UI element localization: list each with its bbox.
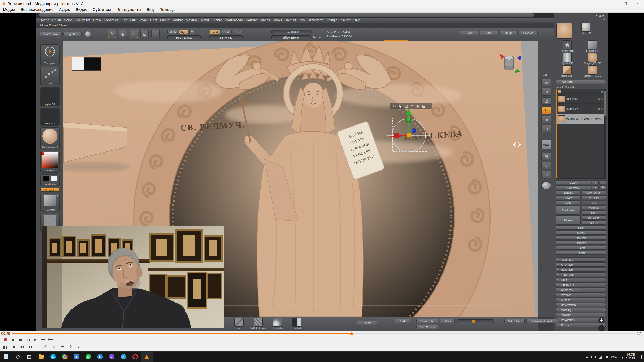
hidden-icons-chevron[interactable]: ∧	[586, 355, 588, 359]
alpha-selector[interactable]: Alpha Off	[40, 87, 60, 106]
inflate-button[interactable]: Inflate	[440, 319, 455, 324]
tool-item[interactable]: Merged_СВ. ВЕ	[581, 53, 604, 64]
tool-item[interactable]: Cylinder3D	[556, 53, 579, 64]
zb-menu-stencil[interactable]: Stencil	[260, 18, 270, 22]
section-preview[interactable]: Preview	[556, 293, 606, 297]
copy-button[interactable]: Copy	[556, 200, 580, 204]
section-geometryhd[interactable]: Geometry HD	[556, 287, 606, 292]
append-button[interactable]: Append	[581, 205, 606, 210]
whatsapp-icon[interactable]: ✆	[82, 351, 94, 362]
save-as-button[interactable]: Save As	[519, 30, 538, 35]
dynamic-label[interactable]: Dynamic	[313, 36, 321, 39]
frame-mesh-button[interactable]: ⊡	[541, 171, 551, 178]
mic-overlay-icon[interactable]	[598, 317, 604, 324]
persp-button[interactable]: ◳	[541, 97, 551, 105]
network-icon[interactable]	[599, 355, 602, 359]
frame-by-frame-button[interactable]: ▦	[18, 337, 24, 342]
language-indicator[interactable]: РУС	[611, 355, 617, 359]
gizmo-lock-icon[interactable]: ▣	[422, 104, 425, 108]
subtool-scrollbar[interactable]	[604, 89, 606, 178]
zb-menu-help[interactable]: Help	[354, 18, 360, 22]
merge-button[interactable]: Merge	[499, 30, 518, 35]
polyframe-button[interactable]: ▤	[541, 125, 551, 132]
gizmo-diamond-icon[interactable]: ◆	[416, 104, 419, 108]
gizmo-z-axis[interactable]	[412, 129, 416, 133]
volume-icon[interactable]	[606, 355, 608, 359]
zb-menu-stroke[interactable]: Stroke	[273, 18, 282, 22]
all-high-button[interactable]: All High	[581, 195, 606, 199]
lightbox-divider-handle[interactable]	[384, 40, 408, 41]
stroke-tool[interactable]: Dots	[40, 67, 60, 85]
draw-mode-button[interactable]: ◉	[119, 30, 127, 38]
next-button[interactable]: ▶▮	[28, 344, 34, 350]
texture-selector[interactable]: Texture Off	[40, 108, 60, 126]
rename-button[interactable]: Rename	[556, 190, 580, 194]
zb-menu-marker[interactable]: Marker	[172, 18, 183, 22]
file-explorer-icon[interactable]	[35, 351, 47, 362]
search-button[interactable]	[12, 351, 24, 362]
hidept-button[interactable]: HidePt	[394, 319, 410, 324]
zb-menu-transform[interactable]: Transform	[308, 18, 324, 22]
clock[interactable]: 14:28 12.10.2025	[620, 353, 635, 360]
notification-center-icon[interactable]	[638, 355, 642, 359]
brush-slot[interactable]: CurveTube	[269, 318, 286, 329]
zb-menu-brush[interactable]: Brush	[52, 18, 61, 22]
random-button[interactable]: ⇄	[76, 344, 82, 350]
brush-slot[interactable]: ClipRect	[288, 318, 306, 329]
close-holes-button[interactable]: Close Holes	[416, 319, 438, 324]
subtool-row[interactable]: параскева ◉✎⊙	[556, 94, 606, 104]
battery-icon[interactable]	[591, 356, 596, 358]
zb-menu-zscript[interactable]: Zscript	[340, 18, 350, 22]
zb-menu-movie[interactable]: Movie	[200, 18, 210, 22]
sync-button[interactable]: ↻	[541, 106, 551, 114]
gizmo-mesh-icon[interactable]: ◉	[399, 104, 402, 108]
folder-undo-icon[interactable]: ↻	[600, 185, 606, 189]
zadd-button[interactable]: Zadd	[209, 30, 220, 34]
eye-icon[interactable]: ◉	[598, 97, 600, 100]
mrgb-button[interactable]: Mrgb	[167, 30, 178, 34]
pause-button[interactable]: ▮▮	[2, 344, 8, 350]
edit-mode-button[interactable]: ✎	[108, 30, 116, 38]
section-geometry[interactable]: Geometry	[556, 257, 606, 262]
loop-ab-button[interactable]: A·B	[25, 337, 31, 342]
del-hidden-button[interactable]: Del Hidden	[504, 319, 524, 324]
spix-label[interactable]: SPix 3	[540, 74, 547, 76]
gizmo-gear-icon[interactable]: ⚙	[393, 104, 396, 108]
switch-color[interactable]: SwitchColor	[40, 174, 60, 186]
secondary-color-swatch[interactable]	[50, 176, 57, 181]
section-deformation[interactable]: Deformation	[556, 303, 606, 307]
new-folder-button[interactable]: New Folder	[556, 185, 591, 189]
brush-icon[interactable]: ✎	[601, 97, 603, 100]
z-intensity-slider[interactable]: Z Intensity	[209, 35, 243, 39]
section-visibility[interactable]: Visibility	[556, 313, 606, 317]
section-arraymesh[interactable]: ArrayMesh	[556, 262, 606, 267]
brush-slot[interactable]: XMD_Cloth_Wrin	[250, 318, 267, 329]
rgb-button[interactable]: Rgb	[179, 30, 188, 34]
material-selector[interactable]: StartupMaterial	[40, 127, 60, 149]
menu-subtitles[interactable]: Субтитры	[93, 7, 111, 12]
autoreorder-button[interactable]: AutoReorder	[581, 190, 606, 194]
paste-button[interactable]: Paste	[581, 200, 606, 204]
loop-button[interactable]: ↻	[68, 344, 74, 350]
edge-icon[interactable]: e	[94, 351, 106, 362]
del-all-button[interactable]: Del All	[581, 220, 606, 225]
section-nanomesh[interactable]: NanoMesh	[556, 267, 606, 272]
remesh-button[interactable]: Remesh	[556, 241, 606, 245]
tool-item[interactable]: Sphere3D	[574, 23, 598, 34]
slower-button[interactable]: ◀◀	[40, 337, 46, 342]
split-button[interactable]: Split	[556, 225, 606, 230]
extract-button[interactable]: Extract	[556, 251, 606, 255]
photos-app-icon[interactable]: ▲	[70, 351, 82, 362]
previous-button[interactable]: ▮◀	[19, 344, 25, 350]
section-thickskin[interactable]: Thick Skin	[556, 272, 606, 277]
brush-slot[interactable]: crease	[230, 318, 248, 329]
rgb-intensity-slider[interactable]: Rgb Intensity	[167, 35, 201, 39]
gizmo-cube-icon[interactable]: ◻	[410, 104, 413, 108]
tool-item[interactable]: контейнер+	[556, 65, 579, 77]
zb-menu-macro[interactable]: Macro	[160, 18, 170, 22]
tool-item[interactable]: PolyMesh3D	[556, 40, 579, 52]
tool-item[interactable]: SimpleBrush	[581, 40, 604, 52]
minimize-button[interactable]: —	[606, 0, 619, 7]
seek-handle[interactable]	[350, 332, 354, 336]
extended-settings-button[interactable]: ≣	[51, 344, 57, 350]
